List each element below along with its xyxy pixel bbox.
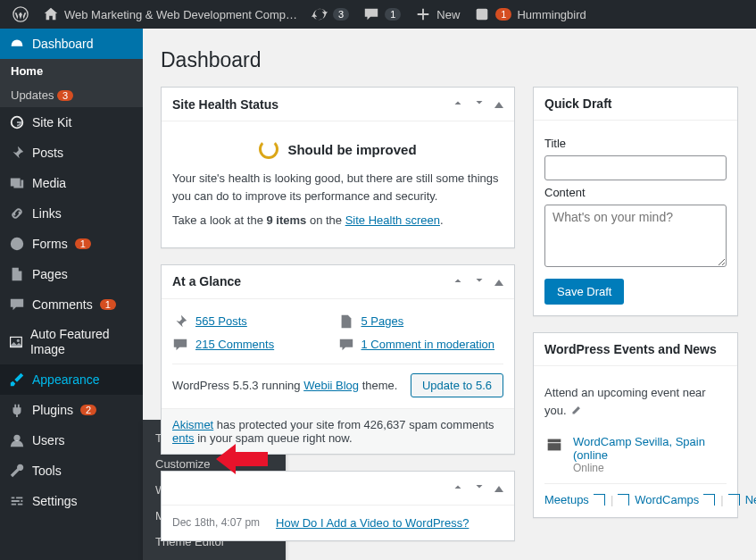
wp-logo[interactable] bbox=[5, 0, 36, 29]
annotation-arrow bbox=[216, 444, 268, 474]
sidebar-item-plugins[interactable]: Plugins2 bbox=[0, 395, 143, 425]
move-up-icon[interactable] bbox=[452, 274, 464, 289]
meetups-link[interactable]: Meetups bbox=[544, 493, 605, 506]
move-up-icon[interactable] bbox=[452, 481, 464, 496]
forms-badge: 1 bbox=[75, 238, 91, 249]
wordcamp-icon bbox=[544, 435, 564, 455]
svg-point-3 bbox=[11, 238, 23, 250]
comment-icon bbox=[9, 297, 25, 313]
forms-icon bbox=[9, 236, 25, 252]
sidebar-item-autofeat[interactable]: Auto Featured Image bbox=[0, 320, 143, 364]
glance-moderation[interactable]: 1 Comment in moderation bbox=[338, 333, 504, 356]
hb-count: 1 bbox=[495, 8, 511, 21]
sidebar-item-media[interactable]: Media bbox=[0, 168, 143, 198]
glance-pages[interactable]: 5 Pages bbox=[338, 310, 504, 333]
link-icon bbox=[9, 205, 25, 221]
updates-count: 3 bbox=[333, 8, 349, 21]
health-desc: Your site's health is looking good, but … bbox=[172, 170, 503, 205]
media-icon bbox=[9, 175, 25, 191]
admin-sidebar: Dashboard Home Updates 3 Site Kit Posts … bbox=[0, 29, 143, 560]
update-core-button[interactable]: Update to 5.6 bbox=[411, 373, 503, 397]
dashboard-submenu: Home Updates 3 bbox=[0, 59, 143, 107]
sidebar-item-appearance[interactable]: Appearance bbox=[0, 364, 143, 395]
activity-post-link[interactable]: How Do I Add a Video to WordPress? bbox=[276, 516, 469, 530]
theme-link[interactable]: Webii Blog bbox=[303, 379, 359, 392]
new-content[interactable]: New bbox=[408, 0, 467, 29]
comment-icon bbox=[363, 6, 379, 22]
page-icon bbox=[338, 313, 354, 330]
site-health-link[interactable]: Site Health screen bbox=[345, 213, 440, 227]
sidebar-item-comments[interactable]: Comments1 bbox=[0, 289, 143, 320]
pin-icon bbox=[9, 145, 25, 161]
plug-icon bbox=[9, 402, 25, 418]
updates-link[interactable]: 3 bbox=[304, 0, 356, 29]
sidebar-item-pages[interactable]: Pages bbox=[0, 259, 143, 289]
move-down-icon[interactable] bbox=[473, 481, 486, 496]
wp-version: WordPress 5.5.3 running Webii Blog theme… bbox=[172, 379, 397, 392]
plugins-badge: 2 bbox=[80, 405, 96, 415]
dashboard-icon bbox=[9, 36, 25, 52]
events-news-box: WordPress Events and News Attend an upco… bbox=[533, 332, 738, 518]
pages-icon bbox=[9, 266, 25, 282]
qd-content-label: Content bbox=[544, 186, 727, 199]
sidebar-item-settings[interactable]: Settings bbox=[0, 486, 143, 516]
save-draft-button[interactable]: Save Draft bbox=[544, 279, 624, 305]
sub-home[interactable]: Home bbox=[0, 59, 143, 83]
refresh-icon bbox=[312, 6, 328, 22]
at-a-glance-box: At a Glance 565 Posts 5 Pages 215 Commen… bbox=[161, 264, 515, 455]
hb-label: Hummingbird bbox=[517, 8, 586, 21]
qd-content-input[interactable] bbox=[544, 205, 727, 267]
spam-queue-link[interactable]: ents bbox=[172, 431, 195, 445]
comments-badge: 1 bbox=[100, 299, 116, 310]
glance-comments[interactable]: 215 Comments bbox=[172, 333, 338, 356]
comment-icon bbox=[172, 337, 188, 353]
svg-rect-8 bbox=[548, 443, 561, 450]
svg-point-5 bbox=[17, 339, 20, 342]
qd-title-input[interactable] bbox=[544, 155, 727, 180]
health-items: Take a look at the 9 items on the Site H… bbox=[172, 212, 503, 230]
move-down-icon[interactable] bbox=[473, 274, 486, 289]
sidebar-item-tools[interactable]: Tools bbox=[0, 456, 143, 486]
site-link[interactable]: Web Marketing & Web Development Comp… bbox=[36, 0, 304, 29]
sidebar-item-forms[interactable]: Forms1 bbox=[0, 229, 143, 259]
glance-posts[interactable]: 565 Posts bbox=[172, 310, 338, 333]
sidebar-item-dashboard[interactable]: Dashboard bbox=[0, 29, 143, 59]
site-health-title: Site Health Status bbox=[172, 97, 278, 112]
activity-date: Dec 18th, 4:07 pm bbox=[172, 516, 260, 529]
edit-icon[interactable] bbox=[569, 405, 582, 417]
comments-link[interactable]: 1 bbox=[356, 0, 408, 29]
sidebar-item-users[interactable]: Users bbox=[0, 425, 143, 456]
site-title: Web Marketing & Web Development Comp… bbox=[64, 8, 297, 21]
news-link[interactable]: News bbox=[745, 493, 756, 506]
toggle-icon[interactable] bbox=[494, 481, 503, 496]
user-icon bbox=[9, 432, 25, 448]
event-row[interactable]: WordCamp Sevilla, Spain (onlineOnline bbox=[544, 426, 727, 484]
events-footer: Meetups| WordCamps| News bbox=[544, 484, 727, 506]
move-up-icon[interactable] bbox=[452, 96, 464, 112]
akismet-link[interactable]: Akismet bbox=[172, 418, 213, 431]
hummingbird-icon bbox=[474, 6, 490, 22]
svg-point-6 bbox=[13, 434, 20, 440]
image-icon bbox=[9, 334, 23, 350]
sidebar-item-posts[interactable]: Posts bbox=[0, 138, 143, 168]
quick-draft-title: Quick Draft bbox=[544, 96, 611, 111]
svg-rect-7 bbox=[548, 439, 561, 443]
home-icon bbox=[43, 6, 59, 22]
main-content: Dashboard Site Health Status Should be i… bbox=[161, 29, 756, 560]
sidebar-item-sitekit[interactable]: Site Kit bbox=[0, 107, 143, 138]
toggle-icon[interactable] bbox=[494, 96, 503, 112]
health-status: Should be improved bbox=[287, 142, 416, 157]
wordcamps-link[interactable]: WordCamps bbox=[635, 493, 715, 506]
quick-draft-box: Quick Draft Title Content Save Draft bbox=[533, 87, 738, 316]
new-label: New bbox=[436, 8, 460, 21]
sub-updates[interactable]: Updates 3 bbox=[0, 83, 143, 107]
toggle-icon[interactable] bbox=[494, 274, 503, 289]
qd-title-label: Title bbox=[544, 137, 727, 150]
hummingbird-link[interactable]: 1Hummingbird bbox=[467, 0, 593, 29]
move-down-icon[interactable] bbox=[473, 96, 486, 112]
events-attend: Attend an upcoming event near you. bbox=[544, 386, 706, 417]
health-spinner-icon bbox=[259, 139, 278, 159]
page-title: Dashboard bbox=[161, 48, 738, 72]
sliders-icon bbox=[9, 493, 25, 509]
sidebar-item-links[interactable]: Links bbox=[0, 198, 143, 229]
